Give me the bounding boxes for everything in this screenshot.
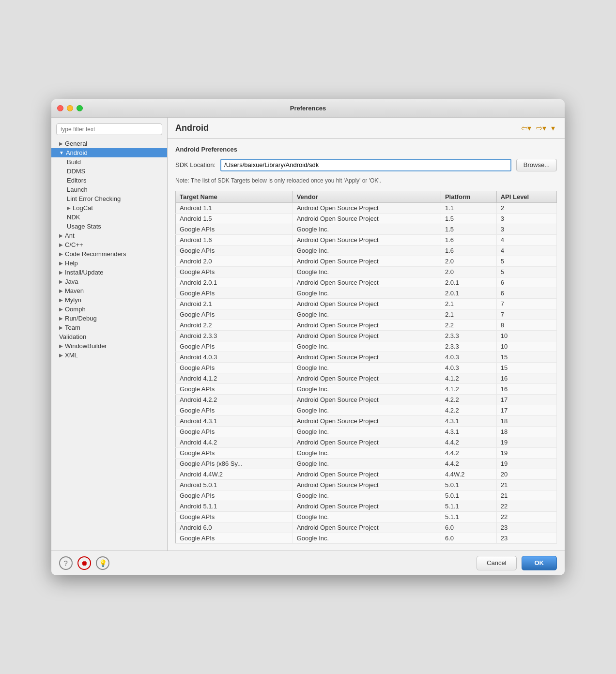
close-button[interactable] xyxy=(57,105,63,111)
sidebar-item-ant[interactable]: ▶Ant xyxy=(51,231,167,240)
table-row[interactable]: Google APIsGoogle Inc.4.4.219 xyxy=(176,447,557,458)
table-row[interactable]: Google APIsGoogle Inc.5.1.122 xyxy=(176,511,557,522)
table-row[interactable]: Android 2.1Android Open Source Project2.… xyxy=(176,298,557,309)
table-row[interactable]: Android 4.4W.2Android Open Source Projec… xyxy=(176,469,557,479)
table-row[interactable]: Google APIsGoogle Inc.4.3.118 xyxy=(176,426,557,437)
forward-button[interactable]: ⇨▾ xyxy=(534,123,548,134)
table-cell-vendor: Google Inc. xyxy=(293,511,441,522)
cancel-button[interactable]: Cancel xyxy=(477,556,516,570)
table-row[interactable]: Google APIsGoogle Inc.2.05 xyxy=(176,266,557,277)
table-cell-platform: 4.1.2 xyxy=(441,383,496,394)
sidebar-item-cpp[interactable]: ▶C/C++ xyxy=(51,240,167,249)
table-row[interactable]: Google APIsGoogle Inc.2.0.16 xyxy=(176,288,557,298)
table-row[interactable]: Android 4.2.2Android Open Source Project… xyxy=(176,394,557,405)
table-cell-platform: 2.3.3 xyxy=(441,330,496,341)
table-cell-api: 19 xyxy=(496,458,556,469)
sidebar-item-help[interactable]: ▶Help xyxy=(51,259,167,268)
table-row[interactable]: Android 5.0.1Android Open Source Project… xyxy=(176,479,557,490)
bulb-icon[interactable]: 💡 xyxy=(96,556,109,570)
sidebar-item-lint-error[interactable]: Lint Error Checking xyxy=(51,194,167,203)
sidebar-item-logcat[interactable]: ▶LogCat xyxy=(51,203,167,213)
table-row[interactable]: Google APIsGoogle Inc.1.53 xyxy=(176,224,557,234)
table-row[interactable]: Android 4.0.3Android Open Source Project… xyxy=(176,352,557,362)
sidebar-item-validation[interactable]: Validation xyxy=(51,332,167,341)
maximize-button[interactable] xyxy=(77,105,83,111)
sidebar-item-xml[interactable]: ▶XML xyxy=(51,351,167,360)
sidebar-item-ddms[interactable]: DDMS xyxy=(51,167,167,176)
sidebar-item-install-update[interactable]: ▶Install/Update xyxy=(51,268,167,277)
sidebar-item-maven[interactable]: ▶Maven xyxy=(51,286,167,295)
table-cell-platform: 1.6 xyxy=(441,234,496,245)
table-row[interactable]: Google APIsGoogle Inc.5.0.121 xyxy=(176,490,557,501)
table-row[interactable]: Android 1.6Android Open Source Project1.… xyxy=(176,234,557,245)
sidebar-item-run-debug[interactable]: ▶Run/Debug xyxy=(51,314,167,323)
table-cell-target: Google APIs xyxy=(176,490,293,501)
search-box[interactable] xyxy=(56,123,162,135)
sidebar-item-oomph[interactable]: ▶Oomph xyxy=(51,305,167,314)
sidebar-item-build[interactable]: Build xyxy=(51,157,167,167)
sidebar-item-window-builder[interactable]: ▶WindowBuilder xyxy=(51,341,167,351)
table-row[interactable]: Google APIsGoogle Inc.1.64 xyxy=(176,245,557,256)
table-row[interactable]: Android 4.4.2Android Open Source Project… xyxy=(176,437,557,447)
table-row[interactable]: Android 2.0.1Android Open Source Project… xyxy=(176,277,557,288)
table-row[interactable]: Android 2.0Android Open Source Project2.… xyxy=(176,256,557,266)
sidebar-item-java[interactable]: ▶Java xyxy=(51,277,167,286)
table-cell-api: 15 xyxy=(496,362,556,373)
table-row[interactable]: Android 4.1.2Android Open Source Project… xyxy=(176,373,557,383)
table-cell-platform: 4.3.1 xyxy=(441,426,496,437)
sidebar-item-launch[interactable]: Launch xyxy=(51,185,167,194)
sidebar: ▶General▼AndroidBuildDDMSEditorsLaunchLi… xyxy=(51,118,168,551)
sidebar-item-ndk[interactable]: NDK xyxy=(51,213,167,222)
table-header-target-name: Target Name xyxy=(176,191,293,202)
table-cell-vendor: Android Open Source Project xyxy=(293,501,441,511)
table-cell-vendor: Android Open Source Project xyxy=(293,522,441,533)
table-cell-target: Google APIs xyxy=(176,224,293,234)
table-row[interactable]: Android 5.1.1Android Open Source Project… xyxy=(176,501,557,511)
table-cell-vendor: Google Inc. xyxy=(293,288,441,298)
table-row[interactable]: Android 2.2Android Open Source Project2.… xyxy=(176,320,557,330)
sidebar-item-android[interactable]: ▼Android xyxy=(51,148,167,157)
sidebar-item-usage-stats[interactable]: Usage Stats xyxy=(51,222,167,231)
table-cell-api: 6 xyxy=(496,288,556,298)
dropdown-button[interactable]: ▾ xyxy=(549,123,557,134)
table-cell-target: Android 2.3.3 xyxy=(176,330,293,341)
table-row[interactable]: Android 4.3.1Android Open Source Project… xyxy=(176,415,557,426)
table-row[interactable]: Google APIsGoogle Inc.2.3.310 xyxy=(176,341,557,352)
table-row[interactable]: Google APIsGoogle Inc.6.023 xyxy=(176,533,557,543)
table-cell-platform: 5.0.1 xyxy=(441,490,496,501)
team-arrow-icon: ▶ xyxy=(59,325,63,330)
table-row[interactable]: Google APIsGoogle Inc.4.0.315 xyxy=(176,362,557,373)
table-cell-api: 16 xyxy=(496,383,556,394)
sdk-input[interactable] xyxy=(220,159,511,171)
table-row[interactable]: Google APIsGoogle Inc.4.2.217 xyxy=(176,405,557,415)
sidebar-item-label-run-debug: Run/Debug xyxy=(65,315,97,322)
table-row[interactable]: Google APIsGoogle Inc.4.1.216 xyxy=(176,383,557,394)
table-cell-api: 17 xyxy=(496,405,556,415)
help-icon[interactable]: ? xyxy=(59,556,73,570)
table-cell-target: Android 4.0.3 xyxy=(176,352,293,362)
sdk-table: Target NameVendorPlatformAPI Level Andro… xyxy=(175,191,557,544)
table-cell-api: 8 xyxy=(496,320,556,330)
table-row[interactable]: Google APIs (x86 Sy...Google Inc.4.4.219 xyxy=(176,458,557,469)
sidebar-item-code-recommenders[interactable]: ▶Code Recommenders xyxy=(51,249,167,259)
header-buttons: ⇦▾ ⇨▾ ▾ xyxy=(519,123,557,134)
sidebar-item-team[interactable]: ▶Team xyxy=(51,323,167,332)
record-icon[interactable]: ⏺ xyxy=(77,556,91,570)
panel-body: Android Preferences SDK Location: Browse… xyxy=(168,139,565,551)
table-cell-target: Android 4.4.2 xyxy=(176,437,293,447)
sidebar-item-general[interactable]: ▶General xyxy=(51,139,167,148)
table-cell-target: Android 2.0.1 xyxy=(176,277,293,288)
table-cell-target: Android 2.0 xyxy=(176,256,293,266)
sidebar-item-mylyn[interactable]: ▶Mylyn xyxy=(51,295,167,305)
minimize-button[interactable] xyxy=(67,105,73,111)
table-row[interactable]: Android 1.5Android Open Source Project1.… xyxy=(176,213,557,224)
table-row[interactable]: Google APIsGoogle Inc.2.17 xyxy=(176,309,557,320)
ok-button[interactable]: OK xyxy=(522,556,557,570)
table-row[interactable]: Android 2.3.3Android Open Source Project… xyxy=(176,330,557,341)
back-button[interactable]: ⇦▾ xyxy=(519,123,533,134)
search-input[interactable] xyxy=(56,123,162,135)
table-row[interactable]: Android 1.1Android Open Source Project1.… xyxy=(176,202,557,213)
browse-button[interactable]: Browse... xyxy=(516,159,557,171)
sidebar-item-editors[interactable]: Editors xyxy=(51,176,167,185)
table-row[interactable]: Android 6.0Android Open Source Project6.… xyxy=(176,522,557,533)
